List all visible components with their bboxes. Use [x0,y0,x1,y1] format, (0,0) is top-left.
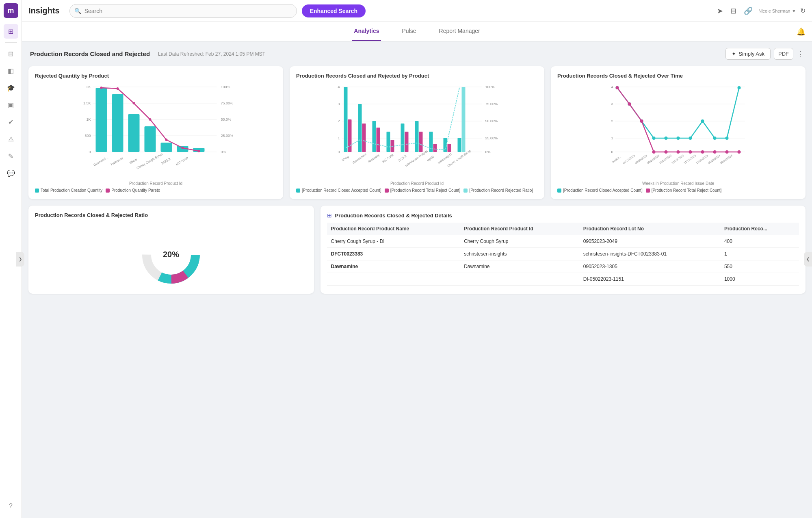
donut-svg: 20% [139,222,204,287]
chart3-xlabel: Weeks in Production Record Issue Date [557,181,799,186]
svg-rect-51 [348,119,352,152]
sidebar-item-warning[interactable]: ⚠ [4,132,18,146]
svg-text:01/28/2024: 01/28/2024 [708,154,721,165]
svg-point-23 [117,87,119,90]
table-card: ⊞ Production Records Closed & Rejected D… [320,206,806,294]
table-row: DI-05022023-1151 1000 [327,273,799,286]
legend-item: [Production Record Rejected Ratio] [463,188,533,193]
more-options-button[interactable]: ⋮ [797,50,804,59]
sidebar-collapse-right[interactable]: ❮ [804,252,812,267]
enhanced-search-button[interactable]: Enhanced Search [302,4,366,17]
simply-ask-button[interactable]: ✦ Simply Ask [725,48,771,60]
svg-text:2: 2 [611,119,613,123]
topbar-right: ➤ ⊟ 🔗 Nicole Sherman ▼ ↻ [715,5,806,17]
svg-rect-50 [344,87,348,152]
svg-text:tcpid1: tcpid1 [426,155,435,163]
svg-text:3: 3 [338,102,340,106]
tab-report-manager[interactable]: Report Manager [437,22,482,41]
user-menu[interactable]: Nicole Sherman ▼ [758,8,796,14]
search-box: 🔍 [69,4,297,18]
sidebar-item-education[interactable]: 🎓 [4,80,18,95]
svg-text:Cherry Cough Syrup: Cherry Cough Syrup [136,152,163,170]
col-header-product-id: Production Record Product Id [460,223,579,235]
svg-text:Painaway: Painaway [110,156,124,166]
search-icon: 🔍 [74,8,81,14]
main-content: Insights 🔍 Enhanced Search ➤ ⊟ 🔗 Nicole … [22,0,812,518]
cell-lot-no: 09052023-2049 [579,235,720,248]
svg-text:1: 1 [338,136,340,140]
chart3-title: Production Records Closed & Rejected Ove… [557,73,799,79]
svg-point-102 [665,150,668,154]
legend-label: [Production Record Closed Accepted Count… [563,188,643,193]
svg-rect-17 [128,114,140,152]
svg-point-93 [689,137,692,140]
svg-point-96 [725,137,729,140]
legend-label: [Production Record Rejected Ratio] [469,188,533,193]
svg-text:50mg: 50mg [129,158,138,165]
navigation-icon[interactable]: ➤ [715,5,725,17]
svg-point-107 [725,150,729,154]
svg-rect-15 [96,88,107,152]
sidebar-collapse-left[interactable]: ❯ [16,252,24,267]
svg-rect-55 [377,128,380,152]
svg-point-104 [689,150,692,154]
svg-point-92 [677,137,680,140]
legend-item: [Production Record Closed Accepted Count… [296,188,381,193]
refresh-icon[interactable]: ↻ [800,7,806,15]
legend-label: [Production Record Total Reject Count] [390,188,461,193]
svg-text:4: 4 [338,85,340,89]
svg-text:1: 1 [611,136,613,140]
tab-analytics[interactable]: Analytics [352,22,381,41]
legend-item: Production Quantity Pareto [106,188,160,193]
col-header-value: Production Reco... [720,223,799,235]
chart4-title: Production Records Closed & Rejected Rat… [35,212,307,218]
cell-value: 1000 [720,273,799,286]
sidebar-item-vm[interactable]: ⊞ [4,24,18,39]
svg-text:75.00%: 75.00% [221,101,234,105]
sidebar-item-layers[interactable]: ◧ [4,63,18,78]
sidebar-item-grid[interactable]: ⊟ [4,46,18,61]
svg-text:50.00%: 50.00% [485,119,498,123]
sidebar-item-help[interactable]: ? [4,499,18,514]
page-header: Production Records Closed and Rejected L… [28,48,806,60]
svg-point-94 [701,119,704,123]
details-table: Production Record Product Name Productio… [327,223,799,286]
notifications-bell[interactable]: 🔔 [797,27,806,36]
cell-product-id: Dawnamine [460,260,579,273]
page-title: Production Records Closed and Rejected [30,50,150,57]
svg-point-99 [628,102,631,106]
svg-text:Dawnamine: Dawnamine [352,152,367,165]
sidebar-item-box[interactable]: ▣ [4,98,18,112]
bookmark-icon[interactable]: ⊟ [729,5,738,17]
pdf-button[interactable]: PDF [774,48,793,60]
app-logo: m [4,3,18,18]
svg-text:100%: 100% [221,85,230,89]
sidebar-item-chat[interactable]: 💬 [4,166,18,180]
legend-color-teal [557,189,561,193]
link-icon[interactable]: 🔗 [742,5,754,17]
bottom-row: Production Records Closed & Rejected Rat… [28,206,806,294]
legend-label: Production Quantity Pareto [111,188,160,193]
page-actions: ✦ Simply Ask PDF ⋮ [725,48,804,60]
cell-lot-no: schristesen-insights-DFCT0023383-01 [579,248,720,260]
search-input[interactable] [69,4,297,18]
legend-item: Total Production Creation Quantity [35,188,102,193]
svg-point-105 [701,150,704,154]
svg-point-28 [198,150,200,152]
table-icon: ⊞ [327,212,332,219]
sidebar-item-task[interactable]: ✔ [4,115,18,129]
svg-point-22 [100,87,103,89]
cell-lot-no: 09052023-1305 [579,260,720,273]
cell-product-id: Cherry Cough Syrup [460,235,579,248]
col-header-lot-no: Production Record Lot No [579,223,720,235]
cell-product-name: Dawnamine [327,260,460,273]
sidebar-item-edit[interactable]: ✎ [4,149,18,163]
tab-pulse[interactable]: Pulse [401,22,418,41]
svg-text:100%: 100% [485,85,495,89]
chart-rejected-quantity: Rejected Quantity by Product 2K 1.5K 1K … [28,66,283,199]
chart1-title: Rejected Quantity by Product [35,73,277,79]
chart2-svg: 4 3 2 1 0 100% 75.00% 50.00% 25.00% 0% [296,83,538,172]
cell-product-id: schristesen-insights [460,248,579,260]
svg-text:1.5K: 1.5K [83,101,91,105]
svg-point-26 [165,139,168,141]
